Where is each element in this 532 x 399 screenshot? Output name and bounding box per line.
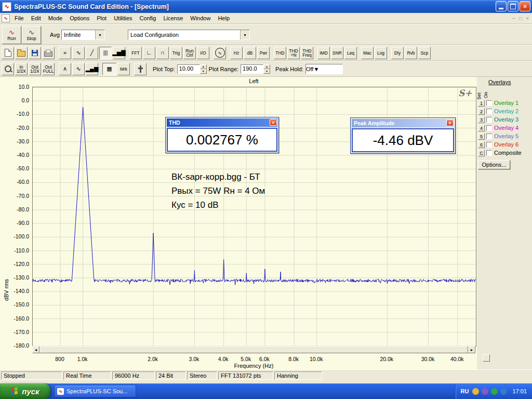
plot-range-input[interactable]: 190.0 (241, 64, 263, 74)
peak-window-titlebar[interactable]: Peak Amplitude × (352, 119, 454, 127)
plot-top-spinner[interactable]: 10.00 ▲ ▼ (177, 64, 207, 74)
print-button[interactable] (42, 47, 55, 59)
new-file-button[interactable] (2, 47, 14, 59)
units-hz-button[interactable]: Hz (230, 47, 243, 59)
marker-button[interactable]: Mrk (117, 63, 130, 75)
spectrogram-view-button[interactable]: ▂▅▇ (113, 47, 125, 59)
spin-up-icon[interactable]: ▲ (263, 64, 270, 69)
curve-display-button[interactable]: ∿ (72, 63, 85, 75)
menu-help[interactable]: Help (214, 14, 233, 22)
mdi-restore-icon[interactable]: □ (519, 16, 522, 21)
menu-config[interactable]: Config (136, 14, 160, 22)
taskbar-clock[interactable]: 17:01 (512, 388, 527, 394)
overlay-checkbox-1[interactable] (486, 100, 492, 106)
slider-button[interactable] (134, 63, 147, 75)
io-device-button[interactable]: I/O (197, 47, 209, 59)
stop-button[interactable]: ∿ Stop (22, 26, 41, 44)
units-db-button[interactable]: dB (244, 47, 256, 59)
thd-window-titlebar[interactable]: THD × (167, 118, 277, 127)
reverb-button[interactable]: Rvb (405, 47, 417, 59)
overlay-set-button-5[interactable]: 5 (478, 133, 485, 140)
menu-license[interactable]: License (159, 14, 187, 22)
thd-button[interactable]: THD (274, 47, 286, 59)
run-control-button[interactable]: Run Ctrl (183, 47, 196, 59)
overlay-set-button-3[interactable]: 3 (478, 116, 485, 123)
spin-down-icon[interactable]: ▼ (263, 69, 270, 74)
menu-utilities[interactable]: Utilities (110, 14, 136, 22)
taskbar-task-spectraplus[interactable]: ∿ SpectraPLUS-SC Sou... (54, 385, 136, 397)
snr-button[interactable]: SNR (331, 47, 343, 59)
dropdown-arrow-icon[interactable]: ▼ (95, 30, 104, 39)
spin-down-icon[interactable]: ▼ (200, 69, 207, 74)
panel-grip[interactable] (483, 354, 490, 362)
overlay-checkbox-C[interactable] (486, 150, 492, 156)
imd-button[interactable]: IMD (317, 47, 330, 59)
plot-range-spinner[interactable]: 190.0 ▲ ▼ (241, 64, 270, 74)
peak-cursor-button[interactable]: ∧ (59, 63, 71, 75)
overlay-set-button-2[interactable]: 2 (478, 108, 485, 115)
open-file-button[interactable] (15, 47, 28, 59)
tray-icon-1[interactable] (472, 388, 479, 395)
peak-hold-dropdown[interactable]: Off ▼ (305, 64, 343, 74)
table-view-button[interactable]: ▦ (102, 63, 116, 75)
start-button[interactable]: пуск (0, 383, 50, 399)
language-indicator[interactable]: RU (461, 388, 469, 394)
zoom-out-half-button[interactable]: Out 1/2X (29, 63, 41, 75)
overlay-set-button-6[interactable]: 6 (478, 141, 485, 148)
restore-button[interactable] (508, 1, 518, 11)
trigger-button[interactable]: Trig (170, 47, 182, 59)
tray-icon-2[interactable] (482, 388, 488, 395)
zoom-out-full-button[interactable]: Out FULL (42, 63, 55, 75)
zoom-button[interactable] (2, 63, 14, 75)
thd-plus-n-button[interactable]: THD +N (287, 47, 300, 59)
overlay-checkbox-4[interactable] (486, 125, 492, 131)
tray-icon-4[interactable] (500, 388, 507, 395)
signal-generator-button[interactable]: ∿ (214, 47, 226, 59)
close-icon[interactable]: × (270, 119, 277, 126)
menu-edit[interactable]: Edit (28, 14, 45, 22)
bar-display-button[interactable]: ▂▄▆ (86, 63, 98, 75)
fft-settings-button[interactable]: FFT (129, 47, 142, 59)
plot-h-scrollbar[interactable]: ◄ ► (32, 346, 475, 353)
zoom-in-half-button[interactable]: In 1/2X (15, 63, 28, 75)
menu-window[interactable]: Window (187, 14, 214, 22)
overlay-checkbox-6[interactable] (486, 142, 492, 148)
load-configuration-dropdown[interactable]: Load Configuration ▼ (128, 30, 250, 40)
close-icon[interactable]: × (446, 119, 454, 126)
mdi-child-icon[interactable]: ∿ (2, 14, 10, 22)
mdi-close-icon[interactable]: × (526, 16, 529, 21)
overlay-set-button-C[interactable]: C (478, 150, 485, 156)
units-pwr-button[interactable]: Pwr (257, 47, 270, 59)
thd-freq-button[interactable]: THD Freq (301, 47, 313, 59)
menu-file[interactable]: File (11, 14, 28, 22)
scaling-button[interactable]: ∟ (143, 47, 155, 59)
overlay-set-button-1[interactable]: 1 (478, 100, 485, 107)
tray-icon-3[interactable] (491, 388, 498, 395)
minimize-button[interactable] (496, 1, 507, 11)
spectrum-view-button[interactable]: ||| (99, 47, 112, 59)
menu-plot[interactable]: Plot (93, 14, 110, 22)
mdi-minimize-icon[interactable]: ─ (512, 16, 515, 21)
spin-up-icon[interactable]: ▲ (200, 64, 207, 69)
avg-dropdown[interactable]: Infinite ▼ (61, 30, 105, 40)
save-button[interactable] (29, 47, 41, 59)
time-series-view-button[interactable]: ∿ (72, 47, 85, 59)
leq-button[interactable]: Leq (344, 47, 357, 59)
scroll-left-icon[interactable]: ◄ (32, 346, 39, 353)
close-button[interactable]: × (520, 1, 530, 11)
overlay-checkbox-5[interactable] (486, 134, 492, 139)
run-button[interactable]: ∿ Run (2, 26, 21, 44)
overlay-checkbox-3[interactable] (486, 117, 492, 123)
scroll-right-icon[interactable]: ► (468, 346, 475, 353)
plot-top-input[interactable]: 10.00 (177, 64, 200, 74)
menu-options[interactable]: Options (66, 14, 93, 22)
overlay-checkbox-2[interactable] (486, 109, 492, 114)
smoothing-window-button[interactable]: ∩ (156, 47, 169, 59)
replay-button[interactable]: » (59, 47, 71, 59)
scrollbar-thumb[interactable] (39, 346, 468, 353)
delay-button[interactable]: Dly (391, 47, 404, 59)
macro-button[interactable]: Mac (361, 47, 374, 59)
overlays-options-button[interactable]: Options... (478, 160, 510, 169)
dropdown-arrow-icon[interactable]: ▼ (313, 66, 319, 72)
scope-button[interactable]: Scp (418, 47, 431, 59)
